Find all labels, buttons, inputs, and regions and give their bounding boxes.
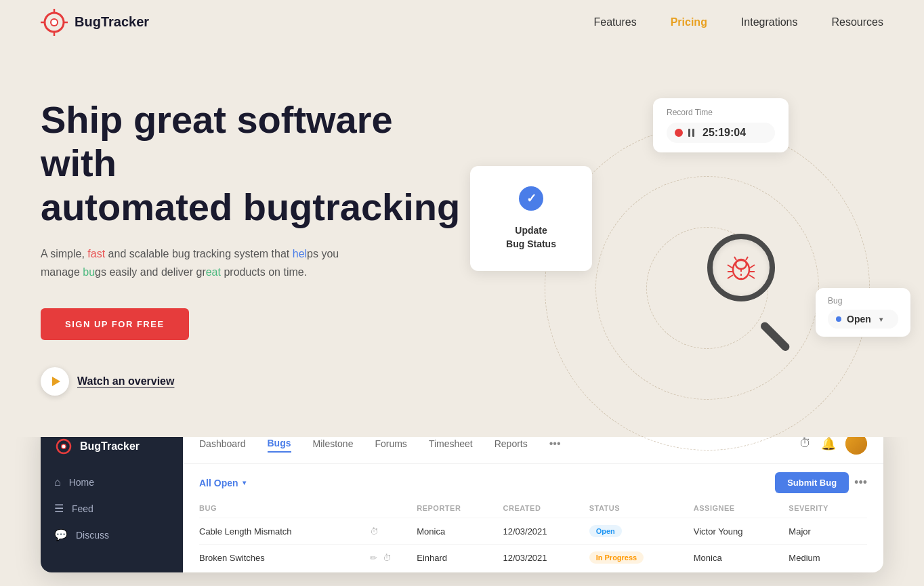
logo-text: BugTracker [75, 14, 149, 30]
th-created: CREATED [503, 501, 589, 518]
app-sidebar: BugTracker ⌂ Home ☰ Feed 💬 Discuss [41, 423, 183, 572]
bug-status-card: Bug Open ▾ [816, 288, 910, 337]
bug-severity: Medium [789, 545, 867, 571]
bug-reporter: Monica [417, 518, 503, 545]
discuss-icon: 💬 [54, 528, 68, 541]
bug-status: Open [589, 518, 694, 545]
app-content: All Open ▾ Submit Bug ••• BUG REPORTER [183, 464, 883, 572]
table-row: Cable Length Mismatch ⏱ Monica 12/03/202… [199, 518, 867, 545]
record-dot-icon [675, 129, 683, 137]
bugs-table: BUG REPORTER CREATED STATUS ASSIGNEE SEV… [199, 501, 867, 570]
bug-severity: Major [789, 518, 867, 545]
record-controls: 25:19:04 [667, 123, 775, 143]
hero-illustration: Record Time 25:19:04 ✓ UpdateBug Status [463, 85, 924, 464]
svg-line-13 [749, 265, 755, 268]
nav-features[interactable]: Features [594, 16, 637, 28]
home-icon: ⌂ [54, 476, 61, 488]
status-badge-open: Open [589, 525, 622, 537]
bug-row-icons: ✏ ⏱ [370, 545, 417, 571]
feed-icon: ☰ [54, 502, 64, 515]
th-severity: SEVERITY [789, 501, 867, 518]
svg-line-12 [728, 275, 733, 278]
record-time-label: Record Time [667, 108, 775, 117]
sidebar-item-discuss[interactable]: 💬 Discuss [41, 522, 183, 548]
bug-status-value: Open [847, 314, 871, 325]
th-bug: BUG [199, 501, 370, 518]
status-badge-in-progress: In Progress [589, 551, 644, 564]
sidebar-discuss-label: Discuss [76, 530, 109, 541]
bug-name: Cable Length Mismatch [199, 518, 370, 545]
bug-icon [724, 251, 758, 285]
play-button[interactable] [41, 367, 69, 396]
record-time-value: 25:19:04 [702, 127, 746, 139]
bug-status-label: Bug [828, 296, 898, 306]
nav-pricing[interactable]: Pricing [671, 16, 707, 28]
th-reporter: REPORTER [417, 501, 503, 518]
status-dot-icon [836, 316, 841, 322]
submit-bug-button[interactable]: Submit Bug [775, 472, 849, 493]
bug-name: Broken Switches [199, 545, 370, 571]
logo-icon [41, 9, 68, 36]
sidebar-item-home[interactable]: ⌂ Home [41, 469, 183, 495]
hero-description: A simple, fast and scalable bug tracking… [41, 245, 366, 281]
bug-created: 12/03/2021 [503, 545, 589, 571]
svg-line-15 [749, 275, 755, 278]
bug-reporter: Einhard [417, 545, 503, 571]
sidebar-feed-label: Feed [72, 503, 93, 514]
pause-icon [688, 129, 694, 137]
update-bug-text: UpdateBug Status [497, 224, 565, 251]
magnifier-illustration [707, 234, 816, 342]
filter-chevron-icon: ▾ [243, 479, 246, 486]
bug-created: 12/03/2021 [503, 518, 589, 545]
table-header-row: BUG REPORTER CREATED STATUS ASSIGNEE SEV… [199, 501, 867, 518]
bug-status: In Progress [589, 545, 694, 571]
hero-title: Ship great software with automated bugtr… [41, 98, 461, 229]
svg-point-6 [51, 20, 57, 25]
timer-row-icon: ⏱ [370, 526, 379, 537]
tab-milestone[interactable]: Milestone [313, 436, 354, 452]
svg-line-17 [746, 257, 748, 260]
sidebar-logo-text: BugTracker [80, 440, 140, 453]
play-icon [52, 377, 60, 386]
tab-dashboard[interactable]: Dashboard [199, 436, 246, 452]
tab-forums[interactable]: Forums [375, 436, 406, 452]
timer-row-icon: ⏱ [383, 553, 392, 563]
sidebar-item-feed[interactable]: ☰ Feed [41, 495, 183, 522]
update-bug-card: ✓ UpdateBug Status [470, 166, 592, 271]
nav-resources[interactable]: Resources [832, 16, 883, 28]
watch-overview-text: Watch an overview [77, 375, 174, 388]
th-icons [370, 501, 417, 518]
table-row: Broken Switches ✏ ⏱ Einhard 12/03/2021 I… [199, 545, 867, 571]
hero-section: Ship great software with automated bugtr… [0, 44, 924, 437]
signup-button[interactable]: SIGN UP FOR FREE [41, 308, 189, 340]
table-toolbar: All Open ▾ Submit Bug ••• [199, 464, 867, 501]
hero-content: Ship great software with automated bugtr… [41, 85, 461, 396]
record-time-card: Record Time 25:19:04 [653, 98, 789, 152]
th-status: STATUS [589, 501, 694, 518]
toolbar-right: Submit Bug ••• [775, 472, 867, 493]
filter-dropdown[interactable]: All Open ▾ [199, 478, 246, 488]
navbar: BugTracker Features Pricing Integrations… [0, 0, 924, 44]
svg-point-20 [62, 445, 66, 448]
bug-assignee: Monica [694, 545, 789, 571]
logo[interactable]: BugTracker [41, 9, 149, 36]
filter-label: All Open [199, 478, 238, 488]
sidebar-logo: BugTracker [41, 437, 183, 469]
check-circle-icon: ✓ [519, 186, 543, 211]
sidebar-logo-icon [54, 437, 73, 456]
nav-integrations[interactable]: Integrations [741, 16, 798, 28]
edit-row-icon: ✏ [370, 553, 377, 563]
nav-links: Features Pricing Integrations Resources [594, 16, 883, 28]
svg-line-10 [728, 265, 733, 268]
chevron-down-icon: ▾ [879, 316, 883, 323]
table-more-button[interactable]: ••• [854, 476, 867, 490]
tab-bugs[interactable]: Bugs [268, 435, 291, 453]
th-assignee: ASSIGNEE [694, 501, 789, 518]
watch-overview[interactable]: Watch an overview [41, 367, 461, 396]
bug-assignee: Victor Young [694, 518, 789, 545]
bug-status-badge: Open ▾ [828, 310, 898, 329]
sidebar-home-label: Home [69, 477, 94, 488]
bug-row-icons: ⏱ [370, 518, 417, 545]
svg-line-16 [734, 257, 736, 260]
